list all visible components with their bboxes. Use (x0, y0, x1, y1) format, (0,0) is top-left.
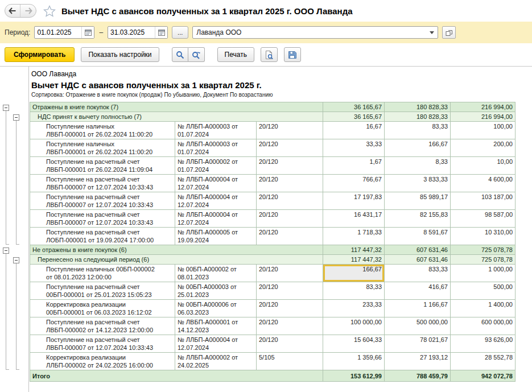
subgroup-label[interactable]: НДС принят к вычету полностью (7) (30, 112, 323, 122)
amount-cell[interactable]: 16 431,17 (323, 210, 385, 228)
document-cell[interactable]: Поступление наличныхЛВБП-000001 от 26.02… (30, 122, 175, 139)
rate-cell[interactable]: 20/120 (257, 192, 323, 210)
amount-cell[interactable]: 78 021,67 (385, 335, 451, 353)
calendar-icon[interactable] (81, 27, 94, 38)
amount-cell[interactable]: 1 718,33 (323, 228, 385, 245)
amount-cell[interactable]: 15 604,33 (323, 335, 385, 353)
rate-cell[interactable]: 20/120 (257, 157, 323, 175)
amount-cell[interactable]: 942 072,78 (451, 370, 515, 382)
print-preview-button[interactable] (261, 47, 278, 62)
amount-cell[interactable]: 83,33 (323, 282, 385, 300)
amount-cell[interactable]: 10 310,00 (451, 228, 515, 245)
amount-cell[interactable]: 500,00 (451, 282, 515, 300)
amount-cell[interactable]: 8 591,67 (385, 228, 451, 245)
invoice-cell[interactable]: № ЛВБП-А000001 от14.12.2023 (175, 317, 257, 335)
amount-cell[interactable]: 725 078,78 (451, 245, 515, 255)
group-label[interactable]: Не отражены в книге покупок (6) (30, 245, 323, 255)
amount-cell[interactable]: 1,67 (323, 157, 385, 175)
amount-cell[interactable]: 103 187,00 (451, 192, 515, 210)
invoice-cell[interactable]: № 00БП-А000006 от06.03.2023 (175, 300, 257, 317)
invoice-cell[interactable]: № ЛЛБП-А000004 от12.07.2024 (175, 175, 257, 192)
date-to-input[interactable] (108, 27, 155, 38)
document-cell[interactable]: Поступление на расчетный счет00БП-000001… (30, 282, 175, 300)
document-cell[interactable]: Поступление на расчетный счетЛВБП-000007… (30, 335, 175, 353)
rate-cell[interactable]: 5/105 (257, 353, 323, 370)
amount-cell[interactable]: 833,33 (385, 265, 451, 282)
amount-cell[interactable]: 93 626,00 (451, 335, 515, 353)
document-cell[interactable]: Поступление наличныхЛВБП-000001 от 26.02… (30, 139, 175, 157)
amount-cell[interactable]: 216 994,00 (451, 112, 515, 122)
rate-cell[interactable]: 20/120 (257, 300, 323, 317)
amount-cell[interactable]: 82 155,83 (385, 210, 451, 228)
group-label[interactable]: Отражены в книге покупок (7) (30, 102, 323, 112)
invoice-cell[interactable]: № ЛЛБП-А000002 от01.07.2024 (175, 157, 257, 175)
amount-cell[interactable]: 788 459,79 (385, 370, 451, 382)
rate-cell[interactable]: 20/120 (257, 265, 323, 282)
open-organization-button[interactable] (442, 26, 456, 39)
amount-cell[interactable]: 100 000,00 (323, 317, 385, 335)
amount-cell[interactable]: 180 828,33 (385, 102, 451, 112)
collapse-toggle[interactable] (13, 114, 19, 121)
amount-cell[interactable]: 83,33 (385, 122, 451, 139)
amount-cell[interactable]: 36 165,67 (323, 102, 385, 112)
date-from-input[interactable] (35, 27, 81, 38)
amount-cell[interactable]: 100,00 (451, 122, 515, 139)
forward-button[interactable] (20, 5, 36, 17)
print-button[interactable]: Печать (217, 47, 254, 62)
amount-cell[interactable]: 1 400,00 (451, 300, 515, 317)
amount-cell[interactable]: 36 165,67 (323, 112, 385, 122)
document-cell[interactable]: Поступление на расчетный счетЛВБП-000002… (30, 317, 175, 335)
generate-button[interactable]: Сформировать (5, 47, 75, 62)
document-cell[interactable]: Поступление на расчетный счетЛВБП-000001… (30, 157, 175, 175)
amount-cell[interactable]: 216 994,00 (451, 102, 515, 112)
document-cell[interactable]: Корректировка реализации00БП-000001 от 0… (30, 300, 175, 317)
amount-cell[interactable]: 600 000,00 (451, 317, 515, 335)
save-button[interactable] (284, 47, 301, 62)
rate-cell[interactable]: 20/120 (257, 317, 323, 335)
amount-cell[interactable]: 166,67 (323, 265, 385, 282)
amount-cell[interactable]: 1 000,00 (451, 265, 515, 282)
amount-cell[interactable]: 200,00 (451, 139, 515, 157)
invoice-cell[interactable]: № ЛЛБП-А000004 от12.07.2024 (175, 335, 257, 353)
amount-cell[interactable]: 17 197,83 (323, 192, 385, 210)
search-button[interactable] (172, 47, 188, 62)
favorite-star-icon[interactable] (43, 5, 56, 17)
total-label[interactable]: Итого (30, 370, 323, 382)
amount-cell[interactable]: 16,67 (323, 122, 385, 139)
show-settings-button[interactable]: Показать настройки (81, 47, 159, 62)
amount-cell[interactable]: 1 166,67 (385, 300, 451, 317)
amount-cell[interactable]: 725 078,78 (451, 255, 515, 265)
amount-cell[interactable]: 4 600,00 (451, 175, 515, 192)
invoice-cell[interactable]: № ЛЛБП-А000005 от19.09.2024 (175, 228, 257, 245)
rate-cell[interactable]: 20/120 (257, 139, 323, 157)
document-cell[interactable]: Поступление на расчетный счетЛВБП-000007… (30, 175, 175, 192)
amount-cell[interactable]: 98 587,00 (451, 210, 515, 228)
amount-cell[interactable]: 85 989,17 (385, 192, 451, 210)
amount-cell[interactable]: 8,33 (385, 157, 451, 175)
amount-cell[interactable]: 117 447,32 (323, 255, 385, 265)
amount-cell[interactable]: 166,67 (385, 139, 451, 157)
invoice-cell[interactable]: № ЛЛБП-А000003 от01.07.2024 (175, 139, 257, 157)
collapse-toggle[interactable] (13, 257, 19, 263)
amount-cell[interactable]: 180 828,33 (385, 112, 451, 122)
amount-cell[interactable]: 607 631,46 (385, 245, 451, 255)
rate-cell[interactable]: 20/120 (257, 122, 323, 139)
back-button[interactable] (5, 5, 20, 17)
document-cell[interactable]: Поступление на расчетный счетЛОБП-000001… (30, 228, 175, 245)
amount-cell[interactable]: 28 552,78 (451, 353, 515, 370)
rate-cell[interactable]: 20/120 (257, 282, 323, 300)
amount-cell[interactable]: 117 447,32 (323, 245, 385, 255)
amount-cell[interactable]: 3 833,33 (385, 175, 451, 192)
amount-cell[interactable]: 766,67 (323, 175, 385, 192)
invoice-cell[interactable]: № ЛЛБП-А000004 от12.07.2024 (175, 210, 257, 228)
document-cell[interactable]: Корректировка реализацииЛЛБП-000002 от 2… (30, 353, 175, 370)
invoice-cell[interactable]: № ЛЛБП-А000004 от12.07.2024 (175, 192, 257, 210)
amount-cell[interactable]: 500 000,00 (385, 317, 451, 335)
document-cell[interactable]: Поступление на расчетный счетЛВБП-000007… (30, 192, 175, 210)
collapse-toggle[interactable] (3, 105, 9, 111)
document-cell[interactable]: Поступление наличных 00БП-000002от 08.01… (30, 265, 175, 282)
collapse-toggle[interactable] (3, 247, 9, 254)
search-next-button[interactable] (188, 47, 205, 62)
amount-cell[interactable]: 233,33 (323, 300, 385, 317)
amount-cell[interactable]: 33,33 (323, 139, 385, 157)
